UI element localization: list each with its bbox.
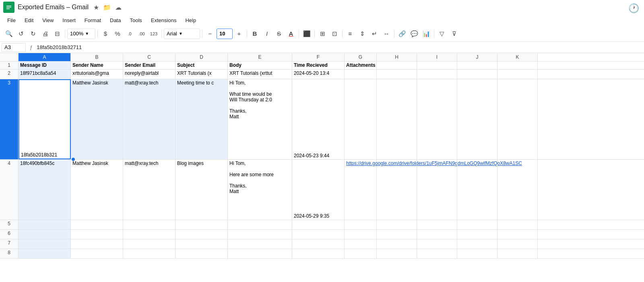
cell-c8[interactable] bbox=[123, 249, 175, 258]
cell-i3[interactable] bbox=[417, 79, 457, 159]
cell-i1[interactable] bbox=[417, 62, 457, 69]
filter-button[interactable]: ▽ bbox=[436, 28, 448, 39]
cell-b4[interactable]: Matthew Jasinsk bbox=[71, 160, 123, 220]
cell-i5[interactable] bbox=[417, 220, 457, 229]
align-h-button[interactable]: ≡ bbox=[345, 28, 356, 39]
redo-button[interactable]: ↻ bbox=[27, 28, 39, 39]
cell-f5[interactable] bbox=[292, 220, 345, 229]
cell-g3[interactable] bbox=[345, 79, 377, 159]
col-header-j[interactable]: J bbox=[457, 53, 497, 61]
resize-handle[interactable] bbox=[72, 158, 75, 161]
decrease-decimal-button[interactable]: .0 bbox=[124, 28, 135, 39]
cell-e4[interactable]: Hi Tom, Here are some more Thanks, Matt bbox=[228, 160, 292, 220]
cell-reference[interactable]: A3 bbox=[2, 43, 26, 52]
merge-button[interactable]: ⊡ bbox=[329, 28, 340, 39]
col-header-b[interactable]: B bbox=[71, 53, 123, 61]
menu-tools[interactable]: Tools bbox=[126, 16, 146, 24]
cell-b3[interactable]: Matthew Jasinsk bbox=[71, 79, 123, 159]
font-size-box[interactable]: 10 bbox=[217, 29, 233, 39]
cell-f7[interactable] bbox=[292, 239, 345, 249]
cell-j3[interactable] bbox=[457, 79, 497, 159]
print-button[interactable]: 🖨 bbox=[39, 28, 51, 39]
cell-g5[interactable] bbox=[345, 220, 377, 229]
menu-edit[interactable]: Edit bbox=[21, 16, 37, 24]
cell-c5[interactable] bbox=[123, 220, 175, 229]
cell-j7[interactable] bbox=[457, 239, 497, 249]
cell-k3[interactable] bbox=[497, 79, 538, 159]
col-header-h[interactable]: H bbox=[377, 53, 417, 61]
cell-c6[interactable] bbox=[123, 230, 175, 239]
cell-e5[interactable] bbox=[228, 220, 292, 229]
text-dir-button[interactable]: ↔ bbox=[381, 28, 392, 39]
cell-e1[interactable]: Body bbox=[228, 62, 292, 69]
fill-color-button[interactable]: ⬛ bbox=[301, 28, 312, 39]
cell-g8[interactable] bbox=[345, 249, 377, 258]
insert-chart-button[interactable]: 📊 bbox=[421, 28, 432, 39]
cell-b5[interactable] bbox=[71, 220, 123, 229]
cloud-icon[interactable]: ☁ bbox=[115, 4, 122, 11]
menu-data[interactable]: Data bbox=[106, 16, 125, 24]
cell-d2[interactable]: XRT Tutorials (x bbox=[175, 70, 228, 79]
cell-g6[interactable] bbox=[345, 230, 377, 239]
col-header-d[interactable]: D bbox=[175, 53, 228, 61]
cell-c3[interactable]: matt@xray.tech bbox=[123, 79, 175, 159]
cell-j1[interactable] bbox=[457, 62, 497, 69]
cell-g4[interactable]: https://drive.google.com/drive/folders/1… bbox=[345, 160, 377, 220]
cell-f4[interactable]: 2024-05-29 9:35 bbox=[292, 160, 345, 220]
cell-a1[interactable]: Message ID bbox=[19, 62, 71, 69]
cell-i2[interactable] bbox=[417, 70, 457, 79]
menu-insert[interactable]: Insert bbox=[58, 16, 80, 24]
menu-extensions[interactable]: Extensions bbox=[147, 16, 181, 24]
cell-d7[interactable] bbox=[175, 239, 228, 249]
col-header-c[interactable]: C bbox=[123, 53, 175, 61]
cell-j4[interactable] bbox=[457, 160, 497, 220]
title-icons[interactable]: ★ 📁 ☁ bbox=[93, 4, 122, 11]
cell-h2[interactable] bbox=[377, 70, 417, 79]
cell-f1[interactable]: Time Recieved bbox=[292, 62, 345, 69]
cell-j8[interactable] bbox=[457, 249, 497, 258]
cell-a4[interactable]: 18fc490bfb845c bbox=[19, 160, 71, 220]
cell-g1[interactable]: Attachments bbox=[345, 62, 377, 69]
cell-h7[interactable] bbox=[377, 239, 417, 249]
cell-c7[interactable] bbox=[123, 239, 175, 249]
cell-a3[interactable]: 18fa5b2018b321 bbox=[19, 79, 71, 159]
cell-a5[interactable] bbox=[19, 220, 71, 229]
cell-e3[interactable]: Hi Tom, What time would be Will Thursday… bbox=[228, 79, 292, 159]
star-icon[interactable]: ★ bbox=[93, 4, 99, 11]
menu-file[interactable]: File bbox=[3, 16, 20, 24]
cell-k5[interactable] bbox=[497, 220, 538, 229]
cell-a2[interactable]: 18f971bc8a5a54 bbox=[19, 70, 71, 79]
cell-j5[interactable] bbox=[457, 220, 497, 229]
bold-button[interactable]: B bbox=[249, 28, 260, 39]
cell-k8[interactable] bbox=[497, 249, 538, 258]
number-format-button[interactable]: 123 bbox=[148, 28, 159, 39]
cell-g2[interactable] bbox=[345, 70, 377, 79]
cell-h6[interactable] bbox=[377, 230, 417, 239]
cell-i4[interactable] bbox=[417, 160, 457, 220]
cell-a7[interactable] bbox=[19, 239, 71, 249]
cell-d1[interactable]: Subject bbox=[175, 62, 228, 69]
italic-button[interactable]: I bbox=[261, 28, 272, 39]
cell-b1[interactable]: Sender Name bbox=[71, 62, 123, 69]
cell-k6[interactable] bbox=[497, 230, 538, 239]
cell-h5[interactable] bbox=[377, 220, 417, 229]
col-header-k[interactable]: K bbox=[497, 53, 538, 61]
col-header-e[interactable]: E bbox=[228, 53, 292, 61]
search-button[interactable]: 🔍 bbox=[3, 28, 14, 39]
col-header-g[interactable]: G bbox=[345, 53, 377, 61]
cell-k1[interactable] bbox=[497, 62, 538, 69]
col-header-i[interactable]: I bbox=[417, 53, 457, 61]
zoom-control[interactable]: 100% ▼ bbox=[67, 29, 95, 39]
cell-k2[interactable] bbox=[497, 70, 538, 79]
wrap-button[interactable]: ↵ bbox=[369, 28, 380, 39]
cell-h3[interactable] bbox=[377, 79, 417, 159]
cell-h8[interactable] bbox=[377, 249, 417, 258]
cell-b8[interactable] bbox=[71, 249, 123, 258]
increase-font-button[interactable]: + bbox=[233, 28, 245, 39]
dollar-button[interactable]: $ bbox=[100, 28, 111, 39]
menu-help[interactable]: Help bbox=[181, 16, 200, 24]
cell-h1[interactable] bbox=[377, 62, 417, 69]
cell-b2[interactable]: xrttutorials@gma bbox=[71, 70, 123, 79]
cell-f6[interactable] bbox=[292, 230, 345, 239]
cell-d4[interactable]: Blog images bbox=[175, 160, 228, 220]
